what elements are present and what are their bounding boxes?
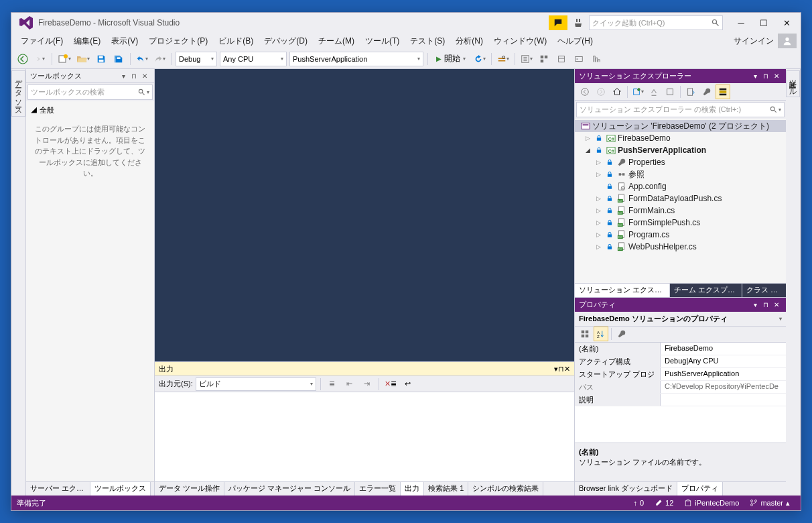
pin-icon[interactable]: ⊓ [760,299,771,310]
panel-dropdown-icon[interactable]: ▾ [750,299,760,310]
sol-btn1[interactable]: ▾ [630,84,645,99]
panel-close-icon[interactable]: ✕ [771,299,782,310]
refresh-button[interactable]: ▾ [472,52,487,66]
tab-toolbox[interactable]: ツールボックス [90,482,151,496]
tab-solution-explorer[interactable]: ソリューション エクスプローラー [575,284,670,297]
toolbox-group-general[interactable]: ◢ 全般 [27,103,153,118]
menu-file[interactable]: ファイル(F) [15,34,68,48]
open-file-button[interactable]: ▾ [75,52,91,66]
output-btn1[interactable]: ≣ [325,377,340,392]
output-body[interactable] [155,392,574,481]
prop-cat[interactable] [578,327,592,341]
solution-search[interactable]: ソリューション エクスプローラー の検索 (Ctrl+:) ▾ [576,102,785,117]
notifications-button[interactable] [549,15,567,30]
menu-window[interactable]: ウィンドウ(W) [488,34,552,48]
config-combo[interactable]: Debug▾ [176,52,217,66]
sol-btn4[interactable] [683,84,698,99]
user-icon[interactable] [778,34,797,48]
menu-build[interactable]: ビルド(B) [213,34,259,48]
sol-fwd[interactable] [594,84,608,99]
menu-project[interactable]: プロジェクト(P) [143,34,213,48]
tab-data-tools[interactable]: データ ツール操作 [155,482,224,496]
status-changes[interactable]: 12 [649,499,679,507]
tree-row[interactable]: Properties [575,156,786,168]
menu-team[interactable]: チーム(M) [313,34,360,48]
sol-btn3[interactable] [663,84,677,99]
tab-team-explorer[interactable]: チーム エクスプローラー [670,284,742,297]
output-btn2[interactable]: ⇤ [342,377,357,392]
tree-row[interactable]: C#WebPushHelper.cs [575,241,786,253]
tab-find1[interactable]: 検索結果 1 [424,482,468,496]
output-source-combo[interactable]: ビルド▾ [196,377,316,391]
tb-extra5[interactable] [589,52,604,66]
pin-icon[interactable]: ⊓ [760,71,771,82]
menu-debug[interactable]: デバッグ(D) [259,34,313,48]
save-button[interactable] [94,52,109,66]
find-button[interactable]: ▾ [496,52,511,66]
nav-back-button[interactable] [15,52,30,66]
panel-dropdown-icon[interactable]: ▾ [118,70,129,81]
tab-browser-link[interactable]: Browser link ダッシュボード [575,482,677,496]
panel-close-icon[interactable]: ✕ [771,71,782,82]
tree-row[interactable]: 参照 [575,168,786,180]
undo-button[interactable]: ▾ [135,52,149,66]
output-wrap[interactable]: ↩ [401,377,415,392]
status-branch[interactable]: master ▴ [744,499,795,508]
toolbox-search[interactable]: ツールボックスの検索 ▾ [27,84,153,100]
pin-icon[interactable]: ⊓ [558,365,564,373]
sol-btn2[interactable] [647,84,661,99]
tab-class-view[interactable]: クラス ビュー [742,284,786,297]
maximize-button[interactable]: ☐ [752,15,775,31]
close-button[interactable]: ✕ [775,15,798,31]
menu-view[interactable]: 表示(V) [106,34,143,48]
output-clear[interactable]: ✕≣ [383,377,398,392]
sol-props[interactable] [699,84,714,99]
menu-analyze[interactable]: 分析(N) [450,34,488,48]
tab-symbol[interactable]: シンボルの検索結果 [468,482,543,496]
vtab-diagnostics[interactable]: 診断ツール [786,70,800,97]
tree-row[interactable]: C#Program.cs [575,229,786,241]
property-row[interactable]: スタートアップ プロジェクトPushServerApplication [575,368,786,381]
panel-close-icon[interactable]: ✕ [139,70,150,81]
properties-object[interactable]: FirebaseDemo ソリューションのプロパティ ▾ [575,312,786,327]
vtab-datasources[interactable]: データ ソース [11,70,25,117]
nav-fwd-button[interactable]: ▾ [33,52,48,66]
output-btn3[interactable]: ⇥ [360,377,375,392]
prop-alpha[interactable]: AZ [594,327,608,341]
tb-extra2[interactable] [537,52,551,66]
signin-link[interactable]: サインイン [730,36,778,47]
sol-home[interactable] [610,84,624,99]
quick-launch-input[interactable]: クイック起動 (Ctrl+Q) [589,15,723,30]
solution-tree[interactable]: ソリューション 'FirebaseDemo' (2 プロジェクト) C#Fire… [575,119,786,283]
tree-row[interactable]: App.config [575,180,786,192]
minimize-button[interactable]: ─ [730,15,752,31]
tab-error-list[interactable]: エラー一覧 [355,482,401,496]
menu-edit[interactable]: 編集(E) [68,34,106,48]
panel-close-icon[interactable]: ✕ [564,365,570,373]
tb-extra1[interactable]: ▾ [519,52,534,66]
tree-row[interactable]: C#PushServerApplication [575,144,786,156]
tab-server-explorer[interactable]: サーバー エクスプロ... [26,482,90,496]
startup-combo[interactable]: PushServerApplication▾ [289,52,423,66]
sol-showall[interactable] [716,84,730,99]
tb-extra3[interactable] [554,52,569,66]
save-all-button[interactable] [111,52,126,66]
property-row[interactable]: アクティブ構成Debug|Any CPU [575,355,786,368]
property-row[interactable]: (名前)FirebaseDemo [575,343,786,355]
tab-output[interactable]: 出力 [401,482,424,496]
pin-icon[interactable]: ⊓ [129,70,139,81]
tb-extra4[interactable] [571,52,586,66]
new-project-button[interactable]: ▾ [56,52,72,66]
feedback-button[interactable] [569,15,588,30]
tree-row[interactable]: C#FormSimplePush.cs [575,217,786,229]
tree-row[interactable]: C#FormDataPayloadPush.cs [575,192,786,205]
tree-row[interactable]: C#FirebaseDemo [575,132,786,144]
menu-tools[interactable]: ツール(T) [360,34,405,48]
panel-dropdown-icon[interactable]: ▾ [750,71,760,82]
sol-back[interactable] [578,84,592,99]
platform-combo[interactable]: Any CPU▾ [220,52,287,66]
property-row[interactable]: パスC:¥Develop Repository¥iPentecDe [575,381,786,394]
status-publish[interactable]: ↑ 0 [628,499,649,507]
menu-test[interactable]: テスト(S) [405,34,450,48]
status-repo[interactable]: iPentecDemo [679,499,744,507]
